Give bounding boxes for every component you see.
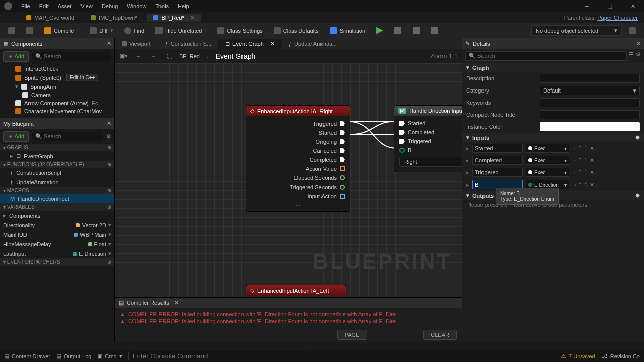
component-item[interactable]: InteractCheck [0,65,114,73]
category-combo[interactable]: Default▾ [540,86,640,95]
asset-tab-bp[interactable]: BP_Red*✕ [147,14,201,22]
menu-window[interactable]: Window [127,3,146,9]
pin-container-icon[interactable]: ◦ [574,169,576,176]
add-macro-button[interactable]: ⊕ [107,188,111,193]
variable-item[interactable]: LastInput⠿E Direction▾ [0,249,114,258]
add-input-button[interactable]: ⊕ [635,134,640,141]
play-button[interactable] [372,25,387,36]
tab-construction[interactable]: ƒConstruction S... [158,39,218,48]
close-icon[interactable]: ✕ [636,40,641,47]
menu-help[interactable]: Help [178,3,189,9]
color-swatch[interactable] [540,122,640,131]
component-item[interactable]: Arrow Component (Arrow) Ec [0,99,114,107]
add-variable-button[interactable]: ⊕ [107,204,111,210]
breadcrumb-graph[interactable]: Event Graph [216,52,256,60]
description-input[interactable] [540,74,640,83]
add-myblueprint-button[interactable]: ＋ Add [3,131,29,142]
value-pin[interactable] [340,175,345,180]
close-icon[interactable]: ✕ [107,40,111,47]
move-down-icon[interactable]: ˅ [584,145,587,152]
component-item[interactable]: Sprite (Sprite0)Edit in C++ [0,73,114,82]
enum-select[interactable]: Right [399,157,462,167]
exec-pin[interactable] [340,157,345,162]
debug-object-select[interactable]: No debug object selected▾ [531,25,622,36]
move-down-icon[interactable]: ˅ [584,182,587,188]
component-item[interactable]: Character Movement (CharMov [0,107,114,115]
chevron-down-icon[interactable]: ▾ [108,241,111,247]
menu-tools[interactable]: Tools [155,3,169,9]
node-enhanced-input-right[interactable]: ◇EnhancedInputAction IA_Right Triggered … [246,105,350,212]
macro-item[interactable]: MHandleDirectionInput [0,194,114,203]
console-input[interactable] [128,351,309,361]
add-dispatcher-button[interactable]: ⊕ [107,259,111,265]
expand-icon[interactable]: ▸ [466,145,469,152]
delete-pin-icon[interactable]: ✕ [590,145,594,152]
simulation-button[interactable]: Simulation [326,25,369,36]
variable-item[interactable]: DirectionalityVector 2D▾ [0,220,114,230]
delete-pin-icon[interactable]: ✕ [590,182,594,188]
revision-control-button[interactable]: ⎇Revision Co [601,353,640,359]
add-component-button[interactable]: ＋ Add [3,51,29,62]
pin-type-combo[interactable]: Exec▾ [526,144,569,153]
components-search[interactable]: 🔍 Search [32,52,111,61]
move-up-icon[interactable]: ˄ [579,145,582,152]
expand-icon[interactable]: ▸ [466,157,469,164]
nav-fwd-button[interactable]: → [149,53,159,59]
tab-eventgraph[interactable]: ⊟Event Graph✕ [218,39,282,49]
pin-container-icon[interactable]: ◦ [574,182,576,188]
move-up-icon[interactable]: ˄ [579,169,582,176]
details-graph-section[interactable]: ▾Graph [462,63,644,72]
minimize-button[interactable]: ─ [580,3,594,9]
close-button[interactable]: ✕ [626,3,640,10]
value-pin[interactable] [340,185,345,190]
bookmark-icon[interactable]: ▣▾ [119,53,129,59]
exec-pin[interactable] [340,148,345,153]
functions-section[interactable]: ▾ FUNCTIONS (32 OVERRIDABLE)⊕ [0,161,114,168]
menu-debug[interactable]: Debug [102,3,118,9]
delete-pin-icon[interactable]: ✕ [590,157,594,164]
keywords-input[interactable] [540,98,640,107]
menu-edit[interactable]: Edit [39,3,49,9]
save-button[interactable] [4,25,19,36]
collapse-icon[interactable]: ︿ [251,201,345,208]
pin-name-input[interactable]: Started [472,144,523,153]
tab-viewport[interactable]: Viewport [115,39,158,48]
browse-button[interactable] [22,25,37,36]
unsaved-indicator[interactable]: ⚠7 Unsaved [561,353,595,359]
variable-item[interactable]: MainHUDWBP Main▾ [0,230,114,239]
close-icon[interactable]: ✕ [174,300,179,306]
delete-pin-icon[interactable]: ✕ [590,169,594,176]
pin-container-icon[interactable]: ◦ [574,157,576,164]
details-search[interactable]: 🔍 Search [465,51,627,61]
eject-button[interactable] [427,25,442,36]
myblueprint-search[interactable]: 🔍 Search [32,132,103,141]
macros-section[interactable]: ▾ MACROS⊕ [0,187,114,194]
asset-tab-map[interactable]: MAP_Overworld [20,14,80,22]
graph-canvas[interactable]: ◇EnhancedInputAction IA_Right Triggered … [115,63,462,297]
move-down-icon[interactable]: ˅ [584,169,587,176]
pin-name-input[interactable]: Completed [472,156,523,165]
component-item[interactable]: Camera [0,91,114,99]
hide-unrelated-button[interactable]: Hide Unrelated⁞ [151,25,210,36]
diff-button[interactable]: Diff▾ [86,25,117,36]
clear-button[interactable]: CLEAR [423,330,457,340]
component-item[interactable]: ▾SpringArm [0,82,114,91]
output-log-button[interactable]: ▤Output Log [56,353,91,359]
chevron-down-icon[interactable]: ▾ [108,231,111,238]
move-down-icon[interactable]: ˅ [584,157,587,164]
value-pin[interactable] [340,166,345,171]
menu-file[interactable]: File [21,3,30,9]
expand-icon[interactable]: ▸ [466,169,469,176]
value-pin[interactable] [340,194,345,199]
add-function-button[interactable]: ⊕ [107,162,111,167]
add-graph-button[interactable]: ⊕ [107,145,111,150]
variable-item[interactable]: HideMessageDelayFloat▾ [0,239,114,249]
compile-button[interactable]: Compile⁞ [40,25,83,36]
close-icon[interactable]: ✕ [187,15,195,21]
filter-icon[interactable]: ☰ [629,51,634,61]
variable-subsection[interactable]: ▸Components [0,211,114,220]
dispatchers-section[interactable]: ▾ EVENT DISPATCHERS⊕ [0,258,114,266]
close-icon[interactable]: ✕ [107,120,111,127]
close-icon[interactable]: ✕ [270,41,275,47]
graphs-section[interactable]: ▾ GRAPHS⊕ [0,144,114,151]
